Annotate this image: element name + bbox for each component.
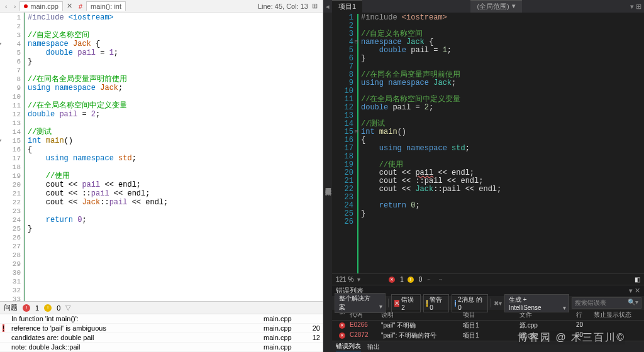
right-gutter: 12345 678910 1112131415 1617181920 21222… [332,14,357,273]
status-error-count: 1 [400,276,404,283]
problem-row[interactable]: candidates are: double pailmain.cpp12 [0,333,323,343]
dropdown-icon[interactable]: ▾ ✕ [629,287,640,295]
close-tab-icon[interactable]: ✕ [64,2,75,10]
col-line[interactable]: 行 [576,311,594,319]
left-code-area[interactable]: 123 ▾4 5678 9101112 1314 ▾15 16171819 20… [0,13,323,301]
right-editor-pane: ◂ 项目1 (全局范围)▾ ▾ ⊞ 服务器资源管理器 工具箱 12345 678… [323,0,644,352]
error-desc: "pail": 不明确的符号 [381,331,463,340]
error-file: 源.cpp [519,321,576,330]
error-list-toolbar: 整个解决方案 ✕错误 2 !警告 0 i2消息 的 0 ✖▾ 生成 + Inte… [332,296,644,310]
problem-file: main.cpp [264,315,301,322]
col-state[interactable]: 禁止显示状态 [594,311,631,319]
record-dot-icon [24,4,28,8]
search-placeholder: 搜索错误表 [575,299,606,307]
error-icon: ✕ [339,322,345,329]
error-code: C2872 [350,331,381,340]
error-count-icon[interactable]: ! [23,304,30,312]
tab-output[interactable]: 输出 [367,343,380,351]
problem-text: In function 'int main()': [11,315,264,322]
left-gutter: 123 ▾4 5678 9101112 1314 ▾15 16171819 20… [0,13,24,301]
chevron-down-icon: ▾ [512,2,516,11]
problem-line [301,315,320,322]
build-filter-dropdown[interactable]: 生成 + IntelliSense [504,294,569,312]
fold-icon[interactable]: ▾ [0,40,2,48]
solution-filter-dropdown[interactable]: 整个解决方案 [335,293,386,313]
col-desc[interactable]: 说明 [381,311,463,319]
problem-text: candidates are: double pail [11,334,264,341]
tab-error-list[interactable]: 错误列表 [336,342,361,351]
right-side-toolbox[interactable]: 服务器资源管理器 工具箱 [323,13,332,352]
status-warning-count: 0 [419,276,423,283]
problem-file: main.cpp [264,324,301,332]
problem-line [301,343,320,351]
problem-row[interactable]: note: double Jack::pailmain.cpp [0,343,323,352]
error-desc: "pail" 不明确 [381,321,463,330]
warning-icon: ! [426,300,428,307]
tab-main-cpp-label: main.cpp [30,3,58,10]
tab-main-cpp[interactable]: main.cpp [19,1,63,11]
problems-panel-header: 问题 !1 !0 ▽ [0,301,323,314]
problem-text: reference to 'pail' is ambiguous [11,324,264,332]
fold-icon[interactable]: ⊟ [355,128,358,136]
right-code-area[interactable]: 12345 678910 1112131415 1617181920 21222… [332,13,644,273]
problem-file: main.cpp [264,343,301,351]
error-icon: ✕ [394,300,399,307]
status-summary-icon[interactable]: ◧ [635,276,640,283]
messages-filter-label: 2消息 的 0 [458,295,485,311]
fold-icon[interactable]: ⊟ [355,38,358,47]
problems-title[interactable]: 问题 [4,303,18,312]
problem-row[interactable]: In function 'int main()':main.cpp [0,314,323,324]
right-code-lines[interactable]: #include <iostream> //自定义名称空间 ⊟namespace… [357,14,644,273]
warnings-filter-label: 警告 0 [430,295,446,311]
error-icon: ✕ [339,333,345,339]
error-code: E0266 [350,321,381,330]
scope-label: (全局范围) [477,2,509,11]
error-line: 20 [576,321,594,330]
watermark: 博客园 @ 木三百川© [518,331,625,344]
nav-prev-icon[interactable]: ‹ [3,3,10,10]
search-errors-input[interactable]: 搜索错误表🔍▾ [572,297,641,309]
right-status-bar: 121 % ▾ ✕1 !0 ← → ◧ [332,273,644,285]
left-code-lines[interactable]: #include <iostream> //自定义名称空间 namespace … [24,13,323,301]
nav-next-icon[interactable]: › [11,3,19,10]
right-tab-bar: ◂ 项目1 (全局范围)▾ ▾ ⊞ [323,0,644,13]
fold-icon[interactable]: ▾ [0,136,2,145]
zoom-level[interactable]: 121 % [336,276,353,283]
chevron-left-icon[interactable]: ◂ [326,3,330,11]
split-icon[interactable]: ▾ ⊞ [630,3,641,11]
problem-file: main.cpp [264,334,301,341]
tab-main-fn[interactable]: main(): int [86,1,126,11]
status-next-icon[interactable]: → [437,277,443,283]
clear-filter-icon[interactable]: ✖▾ [494,300,502,307]
problems-list: In function 'int main()':main.cpp !refer… [0,314,323,352]
search-icon: 🔍▾ [628,299,638,307]
status-error-icon[interactable]: ✕ [389,277,395,283]
error-count: 1 [35,304,39,312]
scope-dropdown[interactable]: (全局范围)▾ [470,0,521,13]
problem-line: 20 [301,324,320,332]
problem-text: note: double Jack::pail [11,343,264,351]
problem-line: 12 [301,334,320,341]
chevron-down-icon[interactable]: ▾ [357,276,360,283]
left-toolbar: ‹ › main.cpp ✕ # main(): int Line: 45, C… [0,0,323,13]
error-proj: 项目1 [463,331,519,340]
error-icon: ! [3,324,4,332]
status-warning-icon[interactable]: ! [408,277,414,283]
errors-filter-label: 错误 2 [401,295,417,311]
warning-count: 0 [57,304,60,312]
error-table-row[interactable]: ✕ E0266 "pail" 不明确 项目1 源.cpp 20 [332,321,644,331]
warning-count-icon[interactable]: ! [44,304,52,312]
left-editor-pane: ‹ › main.cpp ✕ # main(): int Line: 45, C… [0,0,323,352]
cursor-position: Line: 45, Col: 13 [258,3,308,10]
error-proj: 项目1 [463,321,519,330]
hash-icon: # [76,3,85,10]
status-prev-icon[interactable]: ← [426,277,432,283]
problem-row[interactable]: !reference to 'pail' is ambiguousmain.cp… [0,324,323,333]
filter-icon[interactable]: ▽ [65,304,70,312]
info-icon: i [455,300,456,307]
project-dropdown[interactable]: 项目1 [332,0,362,13]
tab-main-fn-label: main(): int [91,3,121,10]
expand-icon[interactable]: ⊞ [309,2,320,10]
